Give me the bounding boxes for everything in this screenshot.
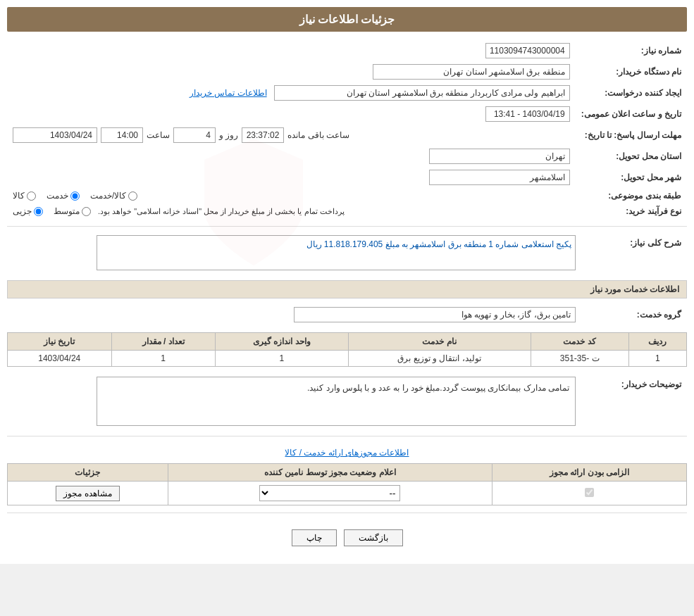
license-table: الزامی بودن ارائه مجوز اعلام وضعیت مجوز … bbox=[7, 463, 687, 505]
category-label-khedmat: خدمت bbox=[47, 191, 68, 201]
service-date: 1403/04/24 bbox=[8, 351, 112, 367]
need-desc-value: پکیج استعلامی شماره 1 منطقه برق اسلامشهر… bbox=[97, 235, 576, 270]
purchase-label-medium: متوسط bbox=[54, 206, 80, 216]
purchase-note: پرداخت تمام یا بخشی از مبلغ خریدار از مح… bbox=[98, 207, 345, 216]
creator-value: ابراهیم ولی مرادی کاربردار منطقه برق اسل… bbox=[274, 85, 570, 101]
buyer-notes-value: تمامی مدارک بیمانکاری پیوست گردد.مبلغ خو… bbox=[97, 377, 576, 426]
col-header-name: نام خدمت bbox=[348, 333, 531, 351]
purchase-radio-partial[interactable] bbox=[34, 207, 43, 216]
category-option-1[interactable]: کالا bbox=[13, 191, 36, 201]
license-status-cell: -- bbox=[168, 482, 492, 505]
need-number-label: شماره نیاز: bbox=[576, 40, 687, 61]
col-header-qty: تعداد / مقدار bbox=[111, 333, 215, 351]
category-label: طبقه بندی موضوعی: bbox=[576, 188, 687, 203]
license-details-cell: مشاهده مجوز bbox=[8, 482, 168, 505]
category-radio-khedmat[interactable] bbox=[70, 191, 80, 201]
page-title: جزئیات اطلاعات نیاز bbox=[299, 13, 395, 25]
service-code: ت -35-351 bbox=[531, 351, 628, 367]
license-status-select[interactable]: -- bbox=[259, 485, 400, 501]
purchase-type-label: نوع فرآیند خرید: bbox=[576, 203, 687, 219]
separator-3 bbox=[7, 513, 687, 513]
col-header-date: تاریخ نیاز bbox=[8, 333, 112, 351]
time-value: 14:00 bbox=[101, 127, 143, 143]
category-option-2[interactable]: خدمت bbox=[47, 191, 80, 201]
main-info-table: شماره نیاز: 1103094743000004 نام دستگاه … bbox=[7, 40, 687, 219]
back-button[interactable]: بازگشت bbox=[344, 529, 403, 546]
response-deadline-label: مهلت ارسال پاسخ: تا تاریخ: bbox=[576, 125, 687, 146]
remaining-time-label: ساعت باقی مانده bbox=[287, 130, 349, 140]
category-radio-group: کالا/خدمت خدمت کالا bbox=[13, 191, 570, 201]
services-table: ردیف کد خدمت نام خدمت واحد اندازه گیری ت… bbox=[7, 332, 687, 367]
table-row: 1 ت -35-351 تولید، انتقال و توزیع برق 1 … bbox=[8, 351, 687, 367]
creator-label: ایجاد کننده درخواست: bbox=[576, 82, 687, 103]
category-option-3[interactable]: کالا/خدمت bbox=[90, 191, 137, 201]
service-group-table: گروه خدمت: تامین برق، گاز، بخار و تهویه … bbox=[7, 304, 687, 325]
days-value: 4 bbox=[173, 127, 216, 143]
response-date-value: 1403/04/24 bbox=[13, 127, 97, 143]
col-header-row: ردیف bbox=[628, 333, 686, 351]
buyer-org-label: نام دستگاه خریدار: bbox=[576, 61, 687, 82]
need-desc-label: شرح کلی نیاز: bbox=[581, 232, 687, 273]
row-number: 1 bbox=[628, 351, 686, 367]
days-label: روز و bbox=[219, 130, 238, 140]
col-header-unit: واحد اندازه گیری bbox=[215, 333, 348, 351]
purchase-radio-medium[interactable] bbox=[82, 207, 91, 216]
view-license-button[interactable]: مشاهده مجوز bbox=[56, 486, 119, 501]
license-mandatory-cell bbox=[492, 482, 687, 505]
buyer-notes-table: توضیحات خریدار: تمامی مدارک بیمانکاری پی… bbox=[7, 374, 687, 429]
service-qty: 1 bbox=[111, 351, 215, 367]
print-button[interactable]: چاپ bbox=[292, 529, 337, 546]
license-col-details: جزئیات bbox=[8, 464, 168, 482]
service-unit: 1 bbox=[215, 351, 348, 367]
category-label-kala: کالا bbox=[13, 191, 25, 201]
category-radio-kala-khedmat[interactable] bbox=[128, 191, 137, 201]
delivery-province-value: تهران bbox=[429, 149, 570, 164]
contact-link[interactable]: اطلاعات تماس خریدار bbox=[190, 88, 267, 98]
purchase-type-radio-group: متوسط جزیی bbox=[13, 206, 91, 216]
col-header-code: کد خدمت bbox=[531, 333, 628, 351]
purchase-option-partial[interactable]: جزیی bbox=[13, 206, 43, 216]
license-mandatory-checkbox[interactable] bbox=[585, 488, 594, 497]
category-label-kala-khedmat: کالا/خدمت bbox=[90, 191, 126, 201]
announce-date-value: 1403/04/19 - 13:41 bbox=[485, 106, 570, 122]
remaining-time-value: 23:37:02 bbox=[242, 127, 284, 143]
announce-date-label: تاریخ و ساعت اعلان عمومی: bbox=[576, 103, 687, 125]
bottom-buttons-bar: بازگشت چاپ bbox=[7, 519, 687, 557]
separator-2 bbox=[7, 436, 687, 436]
need-desc-table: شرح کلی نیاز: پکیج استعلامی شماره 1 منطق… bbox=[7, 232, 687, 273]
license-section-link[interactable]: اطلاعات مجوزهای ارائه خدمت / کالا bbox=[7, 442, 687, 463]
license-col-status: اعلام وضعیت مجوز توسط نامین کننده bbox=[168, 464, 492, 482]
need-number-value: 1103094743000004 bbox=[485, 43, 570, 58]
delivery-city-label: شهر محل تحویل: bbox=[576, 167, 687, 188]
services-section-title: اطلاعات خدمات مورد نیاز bbox=[7, 280, 687, 298]
time-label: ساعت bbox=[147, 130, 170, 140]
service-name: تولید، انتقال و توزیع برق bbox=[348, 351, 531, 367]
delivery-city-value: اسلامشهر bbox=[429, 170, 570, 185]
separator-1 bbox=[7, 226, 687, 227]
category-radio-kala[interactable] bbox=[27, 191, 36, 201]
purchase-option-medium[interactable]: متوسط bbox=[54, 206, 91, 216]
service-group-value: تامین برق، گاز، بخار و تهویه هوا bbox=[294, 307, 576, 322]
service-group-label: گروه خدمت: bbox=[581, 304, 687, 325]
buyer-org-value: منطقه برق اسلامشهر استان تهران bbox=[373, 64, 570, 80]
delivery-province-label: استان محل تحویل: bbox=[576, 146, 687, 167]
buyer-notes-label: توضیحات خریدار: bbox=[581, 374, 687, 429]
license-row: -- مشاهده مجوز bbox=[8, 482, 687, 505]
page-header: جزئیات اطلاعات نیاز bbox=[7, 7, 687, 32]
purchase-label-partial: جزیی bbox=[13, 206, 32, 216]
license-col-mandatory: الزامی بودن ارائه مجوز bbox=[492, 464, 687, 482]
